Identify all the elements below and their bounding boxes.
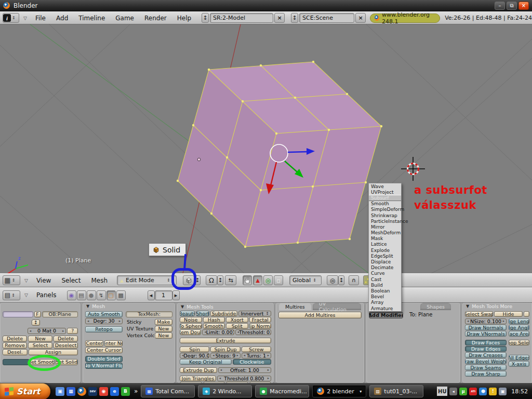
mesh-tools-flip-normal[interactable]: Flip Normal [249, 323, 272, 329]
modifier-item-meshdeform[interactable]: MeshDeform [369, 230, 401, 236]
mesh-center-cursor[interactable]: Center Cursor [85, 347, 123, 353]
modifier-item-particleinstance[interactable]: ParticleInstance [369, 218, 401, 224]
screen-delete-button[interactable]: × [274, 13, 285, 23]
mesh-no-v-normal-flip[interactable]: No V.Normal Flip [85, 363, 123, 369]
restore-button[interactable]: ⧉ [507, 2, 517, 10]
link-set-solid[interactable]: Set Solid [56, 359, 78, 365]
scene-context-icon[interactable]: ▩ [116, 290, 126, 300]
modifier-item-bevel[interactable]: Bevel [369, 294, 401, 300]
pivot-point-button[interactable]: ◎ [327, 275, 338, 285]
mesh-auto-smooth[interactable]: Auto Smooth [85, 311, 123, 317]
mesh-make[interactable]: Make [155, 319, 172, 325]
menu-mesh[interactable]: Mesh [86, 277, 113, 284]
quick-launch-application-icon[interactable]: ▣ [56, 387, 64, 396]
close-button[interactable]: × [518, 2, 529, 10]
mtm-draw-vnormals[interactable]: Draw VNormals [465, 331, 507, 337]
mtm-nsize-0-100[interactable]: ◂NSize: 0.100▸ [465, 318, 507, 324]
window-type-button[interactable]: i ↕ [3, 13, 19, 23]
link-desel[interactable]: Desel. [3, 349, 28, 355]
mesh-tools-threshold-0-010[interactable]: ◂Threshold: 0.010▸ [235, 329, 271, 335]
modifier-item-curve[interactable]: Curve [369, 271, 401, 276]
mesh-tools-threshold-0-800[interactable]: ◂Threshold 0.800▸ [217, 376, 271, 381]
mesh-tools-noise[interactable]: Noise [180, 317, 202, 323]
mesh-tools-steps-9[interactable]: ◂Steps: 9▸ [210, 353, 240, 358]
mtm-hide[interactable]: Hide [494, 311, 522, 317]
pivot-spinner[interactable]: ↕ [217, 275, 223, 285]
taskbar-task-total-com[interactable]: ▦Total Com... [141, 385, 195, 397]
mesh-tools-rem-doub[interactable]: Rem Doub [180, 329, 201, 335]
mesh-tools-degr-90-00[interactable]: ◂Degr: 90.00▸ [180, 353, 209, 358]
mesh-tools-extrude-dup[interactable]: Extrude Dup [180, 367, 217, 373]
menu-add[interactable]: Add [51, 15, 73, 22]
mesh-double-sided[interactable]: Double Sided [85, 356, 123, 362]
link-deselect[interactable]: Deselect [54, 342, 78, 349]
taskbar-task-2-blender[interactable]: 2 blender▾ [312, 385, 366, 397]
mesh-tools-smooth[interactable]: Smooth [203, 323, 225, 329]
collapse-triangle-icon[interactable]: ▽ [24, 278, 28, 283]
link-remove[interactable]: Remove [3, 342, 27, 349]
modifier-item-lattice[interactable]: Lattice [369, 242, 401, 247]
modifier-item-uvproject[interactable]: UVProject [369, 189, 401, 195]
draw-mode-spinner[interactable]: ↕ [194, 275, 201, 285]
tray-virtual-cd-icon[interactable]: ▣ [499, 388, 507, 395]
manipulator-rotate-button[interactable]: ◎ [263, 275, 273, 285]
scene-browse-spinner[interactable]: ↕ [291, 13, 298, 23]
mesh-tools-clockwise[interactable]: Clockwise [233, 359, 271, 365]
panel-collapse-icon[interactable]: ▼ [466, 304, 469, 309]
frame-number-field[interactable]: 1 [155, 290, 172, 300]
menu-render[interactable]: Render [139, 15, 172, 22]
taskbar-task-2-windo[interactable]: ◈2 Windo... [198, 385, 252, 397]
editor-type-button[interactable]: ▦ ↕ [3, 275, 20, 285]
logic-context-icon[interactable]: ◉ [67, 290, 76, 300]
scene-delete-button[interactable]: × [355, 13, 366, 23]
mtm-face-area[interactable]: Face Area [509, 331, 529, 337]
tab-shapes[interactable]: Shapes [420, 303, 451, 310]
language-indicator[interactable]: HU [437, 387, 447, 396]
mtm-clipped-button[interactable] [524, 311, 529, 317]
modifier-item-mirror[interactable]: Mirror [369, 224, 401, 230]
link-new[interactable]: New [28, 336, 52, 342]
link-delete[interactable]: Delete [3, 336, 27, 342]
link-object-name-field[interactable]: OB:Plane [42, 311, 78, 317]
modifier-item-array[interactable]: Array [369, 300, 401, 305]
mtm-draw-seams[interactable]: Draw Seams [465, 365, 507, 370]
menu-file[interactable]: File [30, 15, 51, 22]
snap-magnet-button[interactable]: ∩ [349, 275, 359, 285]
mesh-tools-limit-0-001[interactable]: ◂Limit: 0.001▸ [202, 329, 234, 335]
minimize-button[interactable]: – [495, 2, 505, 10]
tab-multires[interactable]: Multires [279, 303, 311, 310]
mesh-texmesh[interactable]: TexMesh: [126, 311, 172, 317]
tray-utorrent-icon[interactable]: µ [459, 388, 467, 395]
link-material-index-spinner[interactable]: ◂0 Mat 0▸ [28, 328, 66, 334]
mesh-tools-offset-1-00[interactable]: ◂Offset: 1.00▸ [218, 367, 271, 373]
pivot-rotation-button[interactable]: Ω [206, 275, 217, 285]
mesh-new[interactable]: New [155, 326, 172, 332]
modifier-item-mask[interactable]: Mask [369, 236, 401, 242]
mesh-tools-spin[interactable]: Spin [180, 347, 209, 352]
modifier-item-displace[interactable]: Displace [369, 259, 401, 264]
object-context-icon[interactable]: ↯ [97, 290, 106, 300]
tray-collapse-chevron-icon[interactable]: ◂ [449, 388, 457, 395]
editing-context-icon[interactable]: ▢ [107, 290, 116, 300]
mesh-tools-spin-dup[interactable]: Spin Dup [210, 347, 240, 352]
orientation-selector[interactable]: Global ↕ [289, 275, 322, 285]
menu-view[interactable]: View [31, 277, 56, 284]
transform-swap-button[interactable]: ⇆ [225, 275, 236, 285]
mesh-tools-short[interactable]: Short [196, 311, 209, 316]
modifier-item-decimate[interactable]: Decimate [369, 265, 401, 271]
collapse-triangle-icon[interactable]: ▽ [24, 292, 28, 298]
quick-launch-chrome-icon[interactable]: ◉ [99, 387, 108, 396]
modifier-item-boolean[interactable]: Boolean [369, 288, 401, 294]
panel-collapse-icon[interactable]: ▼ [181, 304, 184, 309]
modifier-item-shrinkwrap[interactable]: Shrinkwrap [369, 212, 401, 218]
add-modifier-button[interactable]: Add Modifier [369, 312, 403, 318]
mode-selector[interactable]: ▲ Edit Mode ↕ [117, 275, 177, 285]
screen-browse-spinner[interactable]: ↕ [202, 13, 209, 23]
mtm-all-edges[interactable]: All Edges [509, 355, 529, 361]
frame-decrement-arrow[interactable]: ◂ [148, 290, 155, 300]
modifier-item-edgesplit[interactable]: EdgeSplit [369, 253, 401, 259]
link-set-smooth[interactable]: Set Smooth [31, 359, 55, 365]
link-fake-user-button[interactable]: F [34, 311, 41, 317]
modifier-item-build[interactable]: Build [369, 282, 401, 288]
mtm-draw-creases[interactable]: Draw Creases [465, 352, 507, 358]
